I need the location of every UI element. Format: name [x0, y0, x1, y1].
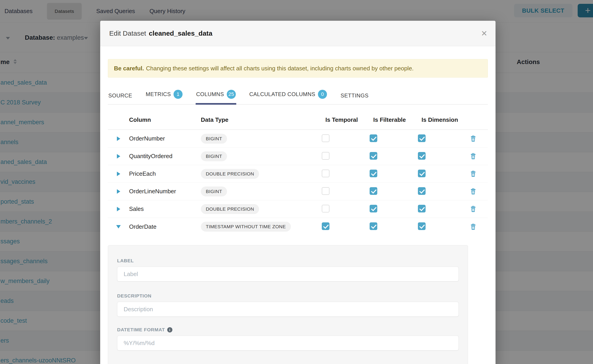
- screen: Databases Datasets Saved Queries Query H…: [0, 0, 593, 364]
- delete-column-cell: [471, 171, 488, 177]
- delete-column-cell: [471, 136, 488, 142]
- is-temporal-checkbox[interactable]: [322, 152, 329, 160]
- trash-icon[interactable]: [471, 188, 476, 195]
- modal-tabs: SOURCEMETRICS1COLUMNS25CALCULATED COLUMN…: [108, 86, 488, 105]
- datetime-format-field-group: DATETIME FORMAT: [117, 327, 459, 351]
- is-dimension-checkbox[interactable]: [418, 169, 426, 177]
- column-row: OrderLineNumberBIGINT: [108, 183, 488, 200]
- is-dimension-header: Is Dimension: [418, 116, 471, 123]
- column-row: OrderNumberBIGINT: [108, 130, 488, 148]
- warning-banner: Be careful. Changing these settings will…: [108, 59, 488, 78]
- is-temporal-checkbox[interactable]: [322, 222, 329, 230]
- tab-settings[interactable]: SETTINGS: [340, 88, 369, 104]
- tab-label: METRICS: [146, 91, 171, 98]
- column-row: SalesDOUBLE PRECISION: [108, 200, 488, 218]
- is-filterable-checkbox[interactable]: [370, 169, 377, 177]
- trash-icon[interactable]: [471, 171, 476, 177]
- tab-count-badge: 1: [173, 90, 183, 99]
- tab-label: COLUMNS: [196, 91, 224, 98]
- label-field-group: LABEL: [117, 258, 459, 281]
- datetime-format-input[interactable]: [117, 336, 459, 351]
- is-dimension-checkbox[interactable]: [418, 152, 426, 160]
- is-dimension-checkbox[interactable]: [418, 222, 426, 230]
- column-name: OrderDate: [129, 223, 201, 230]
- data-type-pill: BIGINT: [201, 151, 227, 161]
- tab-source[interactable]: SOURCE: [108, 88, 133, 104]
- description-field-group: DESCRIPTION: [117, 293, 459, 317]
- is-filterable-header: Is Filterable: [370, 116, 418, 123]
- modal-header: Edit Dataset cleaned_sales_data ✕: [100, 21, 495, 46]
- is-temporal-header: Is Temporal: [322, 116, 370, 123]
- modal-body: Be careful. Changing these settings will…: [100, 59, 495, 364]
- data-type-pill: BIGINT: [201, 187, 227, 196]
- label-field-label: LABEL: [117, 258, 459, 263]
- modal-title-dataset-name: cleaned_sales_data: [149, 30, 212, 37]
- column-row: QuantityOrderedBIGINT: [108, 148, 488, 165]
- is-filterable-checkbox[interactable]: [370, 222, 377, 230]
- columns-table-body: OrderNumberBIGINTQuantityOrderedBIGINTPr…: [108, 130, 488, 235]
- is-temporal-checkbox[interactable]: [322, 134, 329, 142]
- columns-table-header: Column Data Type Is Temporal Is Filterab…: [108, 110, 488, 130]
- delete-column-cell: [471, 224, 488, 230]
- tab-count-badge: 25: [227, 90, 236, 99]
- data-type-pill: TIMESTAMP WITHOUT TIME ZONE: [201, 222, 291, 232]
- column-name: OrderNumber: [129, 135, 201, 142]
- data-type-pill: DOUBLE PRECISION: [201, 169, 259, 179]
- column-row: OrderDateTIMESTAMP WITHOUT TIME ZONE: [108, 218, 488, 235]
- is-temporal-checkbox[interactable]: [322, 169, 329, 177]
- tab-columns[interactable]: COLUMNS25: [196, 86, 236, 104]
- delete-column-cell: [471, 206, 488, 212]
- data-type-pill: DOUBLE PRECISION: [201, 204, 259, 214]
- tab-label: CALCULATED COLUMNS: [249, 91, 316, 98]
- expand-caret-icon[interactable]: [108, 172, 129, 176]
- trash-icon[interactable]: [471, 153, 476, 159]
- is-filterable-checkbox[interactable]: [370, 187, 377, 195]
- collapse-caret-icon[interactable]: [108, 225, 129, 228]
- trash-icon[interactable]: [471, 136, 476, 142]
- is-dimension-checkbox[interactable]: [418, 187, 426, 195]
- delete-column-cell: [471, 188, 488, 195]
- warning-banner-bold: Be careful.: [114, 65, 144, 72]
- description-field-label: DESCRIPTION: [117, 293, 459, 299]
- description-input[interactable]: [117, 302, 459, 317]
- tab-metrics[interactable]: METRICS1: [145, 86, 183, 104]
- expand-caret-icon[interactable]: [108, 154, 129, 159]
- label-input[interactable]: [117, 266, 459, 281]
- datetime-format-label-text: DATETIME FORMAT: [117, 327, 165, 332]
- data-type-header: Data Type: [201, 116, 322, 123]
- tab-label: SETTINGS: [341, 92, 369, 99]
- is-filterable-checkbox[interactable]: [370, 152, 377, 160]
- is-dimension-checkbox[interactable]: [418, 134, 426, 142]
- tab-label: SOURCE: [108, 92, 132, 99]
- expand-caret-icon[interactable]: [108, 207, 129, 211]
- is-filterable-checkbox[interactable]: [370, 134, 377, 142]
- tab-calculated-columns[interactable]: CALCULATED COLUMNS0: [249, 86, 328, 104]
- trash-icon[interactable]: [471, 224, 476, 230]
- column-name: QuantityOrdered: [129, 153, 201, 160]
- column-name: PriceEach: [129, 170, 201, 177]
- column-name: OrderLineNumber: [129, 188, 201, 195]
- delete-column-cell: [471, 153, 488, 159]
- column-row: PriceEachDOUBLE PRECISION: [108, 165, 488, 183]
- expand-caret-icon[interactable]: [108, 189, 129, 194]
- is-temporal-checkbox[interactable]: [322, 205, 329, 212]
- column-detail-panel: LABEL DESCRIPTION DATETIME FORMAT: [108, 245, 468, 364]
- is-filterable-checkbox[interactable]: [370, 205, 377, 212]
- data-type-pill: BIGINT: [201, 134, 227, 144]
- is-temporal-checkbox[interactable]: [322, 187, 329, 195]
- info-icon[interactable]: [167, 327, 172, 332]
- tab-count-badge: 0: [318, 90, 327, 99]
- is-dimension-checkbox[interactable]: [418, 205, 426, 212]
- expand-caret-icon[interactable]: [108, 136, 129, 141]
- column-header: Column: [129, 116, 201, 123]
- datetime-format-field-label: DATETIME FORMAT: [117, 327, 459, 332]
- edit-dataset-modal: Edit Dataset cleaned_sales_data ✕ Be car…: [100, 21, 495, 364]
- warning-banner-text: Changing these settings will affect all …: [146, 65, 414, 72]
- column-name: Sales: [129, 205, 201, 212]
- close-icon[interactable]: ✕: [481, 30, 488, 37]
- trash-icon[interactable]: [471, 206, 476, 212]
- modal-title: Edit Dataset: [109, 30, 146, 37]
